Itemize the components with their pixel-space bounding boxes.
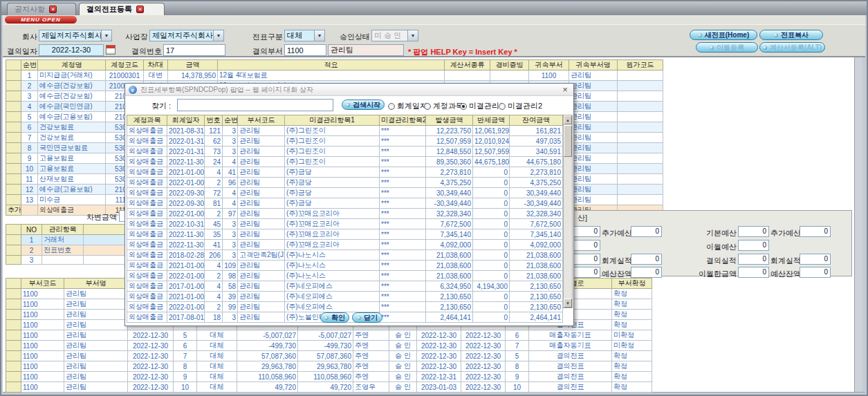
scroll-down-icon[interactable]: ▼: [564, 299, 572, 308]
dept-code-field[interactable]: [284, 44, 326, 56]
close-button[interactable]: 닫기: [352, 312, 382, 323]
chevron-down-icon[interactable]: ▼: [101, 30, 111, 41]
table-row[interactable]: 외상매출금2021-01-004109관리팀(주)나노시스***21,038,6…: [127, 261, 563, 271]
popup-scrollbar[interactable]: ▲ ▼: [563, 115, 573, 308]
budget-value[interactable]: 0: [800, 267, 831, 278]
company-select[interactable]: 제일저지주식회사 ▼: [39, 30, 112, 41]
cell: 미확정: [612, 341, 652, 351]
budget-value[interactable]: 0: [800, 254, 831, 265]
budget-value[interactable]: 0: [738, 226, 769, 237]
cell: 확정: [612, 372, 652, 382]
scroll-up-icon[interactable]: ▲: [564, 115, 572, 124]
table-row[interactable]: 외상매출금2022-09-30814관리팀(주)금당***-30,349,440…: [127, 198, 563, 209]
table-row[interactable]: 외상매출금2022-10-31453관리팀(주)꼬매요코리아***7,672,5…: [127, 219, 563, 229]
table-row[interactable]: 외상매출금2022-11-30413관리팀(주)꼬매요코리아***4,092,0…: [127, 240, 563, 250]
budget-value[interactable]: 0: [631, 254, 662, 265]
cell: 3: [223, 312, 238, 323]
table-row[interactable]: 외상매출금2017-01-00458관리팀(주)네오피에스***6,324,95…: [127, 281, 563, 292]
cell: 예수금(건강보험): [38, 81, 106, 91]
table-row[interactable]: 1100관리팀2022-12-308대체29,963,78029,963,780…: [6, 361, 652, 372]
table-row[interactable]: 11002022-12-3011대체: [6, 393, 652, 393]
cell: 2021-01-00: [167, 292, 205, 302]
table-row[interactable]: 1100관리팀2022-12-307대체57,087,36057,087,360…: [6, 351, 652, 361]
table-row[interactable]: 외상매출금2021-08-311213관리팀(주)그린조이***12,223,7…: [127, 126, 563, 136]
table-row[interactable]: 외상매출금2022-09-30724관리팀(주)금당***30,349,4400…: [127, 188, 563, 198]
budget-value[interactable]: 0: [800, 226, 831, 237]
table-row[interactable]: 외상매출금2022-01-00296관리팀(주)금당***4,375,25004…: [127, 178, 563, 188]
menu-open-badge[interactable]: MENU OPEN: [5, 16, 77, 23]
table-row[interactable]: 1미지급금(거래처)21000301대변14,378,95012월 4대보험료1…: [6, 70, 663, 81]
site-select[interactable]: 제일저지주식회사 ▼: [149, 30, 224, 41]
cell: [6, 122, 21, 133]
chevron-down-icon[interactable]: ▼: [314, 30, 324, 41]
cell: [6, 81, 21, 91]
cell: 외상매출금: [127, 229, 167, 240]
radio-open-mgmt2[interactable]: 미결관리2: [499, 101, 542, 111]
table-row[interactable]: 외상매출금2022-01-31623관리팀(주)그린조이***12,507,95…: [127, 136, 563, 147]
radio-account[interactable]: 계정과목: [424, 101, 463, 111]
new-voucher-button[interactable]: 새전표(Home): [690, 30, 757, 40]
cell: 3: [223, 219, 238, 229]
tab-notice[interactable]: 공지사항 ×: [7, 3, 76, 15]
table-row[interactable]: 1100관리팀2022-12-306대체-499,730-499,730주엔승 …: [6, 341, 652, 351]
chevron-down-icon[interactable]: ▼: [407, 30, 418, 41]
radio-acct-date[interactable]: 회계일자: [388, 101, 427, 111]
table-row[interactable]: 외상매출금2022-01-00299관리팀(주)네오피에스***2,130,65…: [127, 302, 563, 312]
cell: 7,672,500: [510, 219, 563, 229]
cell: 승 인: [389, 341, 417, 351]
tab-close-icon[interactable]: ×: [136, 6, 144, 13]
debit-amount-label: 차변금액: [57, 212, 117, 223]
table-row[interactable]: 외상매출금2018-02-282063고객만족2팀(J2(주)나노시스***21…: [127, 250, 563, 261]
table-row[interactable]: 외상매출금2022-01-00298관리팀(주)나노시스***21,038,60…: [127, 271, 563, 281]
date-field[interactable]: 2022-12-30: [39, 44, 104, 56]
close-icon[interactable]: ×: [560, 85, 570, 94]
budget-value[interactable]: 0: [738, 240, 769, 251]
table-row[interactable]: 외상매출금2022-11-30244관리팀(주)그린조이***89,350,36…: [127, 157, 563, 167]
search-input[interactable]: [177, 99, 333, 111]
table-row[interactable]: 1100관리팀2022-12-309대체110,058,960110,058,9…: [6, 372, 652, 382]
table-row[interactable]: 외상매출금2022-01-31733관리팀(주)그린조이***12,848,55…: [127, 147, 563, 157]
table-row[interactable]: 외상매출금2021-01-00441관리팀(주)금당***2,273,81002…: [127, 167, 563, 178]
search-start-button[interactable]: 검색시작: [342, 100, 385, 110]
table-row[interactable]: 1100관리팀2022-12-305대체-5,007,027-5,007,027…: [6, 330, 652, 341]
voucher-no-field[interactable]: [163, 44, 225, 56]
calendar-icon[interactable]: [106, 45, 116, 55]
cell: 미수금: [38, 195, 106, 205]
budget-value[interactable]: 0: [631, 226, 662, 237]
invoice-register-button[interactable]: 계산서등록(ALT): [759, 42, 825, 53]
slip-type-select[interactable]: 대체 ▼: [284, 30, 325, 41]
tab-label: 결의전표등록: [86, 4, 132, 15]
cell: 3: [21, 91, 38, 102]
cell: ***: [380, 178, 426, 188]
chevron-down-icon[interactable]: ▼: [213, 30, 223, 41]
cell: 7,672,500: [426, 219, 473, 229]
radio-label: 회계일자: [397, 101, 427, 111]
approval-select[interactable]: 미 승 인 ▼: [371, 30, 418, 41]
copy-voucher-button[interactable]: 전표복사: [759, 30, 823, 40]
table-row[interactable]: 외상매출금2022-11-30353관리팀(주)꼬매요코리아***7,345,1…: [127, 229, 563, 240]
budget-value[interactable]: 0: [631, 267, 662, 278]
carryover-button[interactable]: 이월등록: [696, 42, 758, 53]
column-header: 회계일자: [167, 115, 205, 126]
cell: 관리팀: [569, 185, 618, 195]
scrollbar-thumb[interactable]: [564, 125, 572, 157]
cell: 관리팀: [238, 136, 285, 147]
column-header: 반제금액: [473, 115, 510, 126]
ok-button[interactable]: 확인: [320, 312, 349, 323]
tab-close-icon[interactable]: ×: [49, 6, 57, 13]
cell: [6, 102, 21, 112]
popup-title-bar[interactable]: e 전표세부항목(SPNDCDPop) 팝업 -- 웹 페이지 대화 상자 ×: [125, 84, 573, 96]
cell: 0: [473, 312, 510, 323]
tab-voucher-entry[interactable]: 결의전표등록 ×: [79, 3, 165, 15]
table-row[interactable]: 외상매출금2021-01-00439관리팀(주)네오피에스***2,130,65…: [127, 292, 563, 302]
cell: 35: [205, 229, 223, 240]
table-row[interactable]: 1100관리팀2022-12-3010대체49,72049,720조영우승 인2…: [6, 382, 652, 393]
window-scrollbar[interactable]: [854, 57, 862, 392]
table-row[interactable]: 외상매출금2022-01-00297관리팀(주)꼬매요코리아***32,328,…: [127, 209, 563, 219]
budget-value[interactable]: 0: [738, 267, 769, 278]
budget-value[interactable]: 0: [738, 254, 769, 265]
cell: 11: [174, 393, 197, 393]
cell: 외상매출금: [127, 198, 167, 209]
cell: [6, 341, 21, 351]
radio-open-mgmt1[interactable]: 미결관리1: [460, 101, 504, 111]
